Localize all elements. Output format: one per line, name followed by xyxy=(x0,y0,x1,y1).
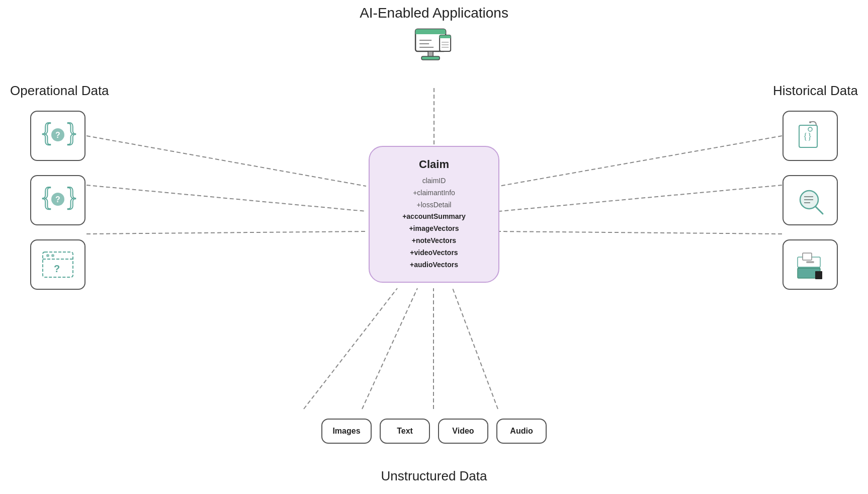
text-label: Text xyxy=(397,427,413,436)
claim-field-imagevectors: +imageVectors xyxy=(384,223,484,235)
bottom-box-video: Video xyxy=(438,419,488,444)
svg-rect-53 xyxy=(815,271,822,279)
svg-rect-13 xyxy=(415,32,446,34)
claim-title: Claim xyxy=(384,158,484,171)
claim-field-notevectors: +noteVectors xyxy=(384,235,484,247)
claim-fields: claimID +claimantInfo +lossDetail +accou… xyxy=(384,175,484,271)
svg-line-3 xyxy=(86,231,366,234)
svg-line-6 xyxy=(499,231,782,234)
unstructured-data-label: Unstructured Data xyxy=(381,468,487,484)
historical-icons: {} xyxy=(783,111,838,290)
svg-rect-52 xyxy=(803,253,812,260)
svg-rect-21 xyxy=(440,37,451,38)
claim-field-lossdetail: +lossDetail xyxy=(417,201,452,209)
svg-line-4 xyxy=(499,136,782,186)
bottom-box-images: Images xyxy=(321,419,372,444)
svg-text:{: { xyxy=(40,118,53,147)
operational-icon-1: { } ? xyxy=(30,111,85,161)
ai-monitor-icon xyxy=(411,24,457,64)
svg-line-8 xyxy=(362,288,417,409)
svg-text:?: ? xyxy=(55,195,60,204)
svg-line-1 xyxy=(86,136,366,186)
bottom-boxes: Images Text Video Audio xyxy=(321,419,547,444)
bottom-box-text: Text xyxy=(380,419,430,444)
svg-rect-18 xyxy=(421,56,440,60)
diagram-container: AI-Enabled Applications xyxy=(0,0,868,494)
svg-text:}: } xyxy=(65,183,78,211)
bottom-box-audio: Audio xyxy=(496,419,547,444)
svg-point-47 xyxy=(800,191,818,209)
claim-box: Claim claimID +claimantInfo +lossDetail … xyxy=(369,146,499,283)
svg-text:}: } xyxy=(65,118,78,147)
svg-text:{: { xyxy=(40,183,53,211)
svg-line-5 xyxy=(499,185,782,211)
operational-icons: { } ? { } ? xyxy=(30,111,85,290)
svg-text:{}: {} xyxy=(803,131,812,141)
video-label: Video xyxy=(452,427,474,436)
svg-point-40 xyxy=(809,121,811,123)
ai-section: AI-Enabled Applications xyxy=(360,5,508,64)
historical-icon-1: {} xyxy=(783,111,838,161)
images-label: Images xyxy=(332,427,360,436)
svg-text:?: ? xyxy=(54,263,60,274)
ai-label: AI-Enabled Applications xyxy=(360,5,508,21)
claim-field-audiovectors: +audioVectors xyxy=(384,259,484,271)
svg-point-36 xyxy=(51,254,54,257)
historical-icon-3 xyxy=(783,239,838,290)
claim-field-claimid: claimID xyxy=(422,177,446,185)
audio-label: Audio xyxy=(510,427,533,436)
svg-line-10 xyxy=(453,288,498,409)
operational-data-label: Operational Data xyxy=(10,83,109,99)
historical-icon-2 xyxy=(783,175,838,225)
operational-icon-3: ? xyxy=(30,239,85,290)
claim-field-videovectors: +videoVectors xyxy=(384,247,484,259)
svg-line-2 xyxy=(86,185,366,211)
historical-data-label: Historical Data xyxy=(773,83,858,99)
claim-field-claimantinfo: +claimantInfo xyxy=(413,189,455,197)
svg-line-7 xyxy=(304,288,397,409)
svg-point-35 xyxy=(46,254,49,257)
svg-line-43 xyxy=(816,207,823,214)
operational-icon-2: { } ? xyxy=(30,175,85,225)
svg-rect-51 xyxy=(806,261,814,263)
svg-text:?: ? xyxy=(55,131,60,139)
claim-field-accountsummary: +accountSummary xyxy=(384,211,484,223)
